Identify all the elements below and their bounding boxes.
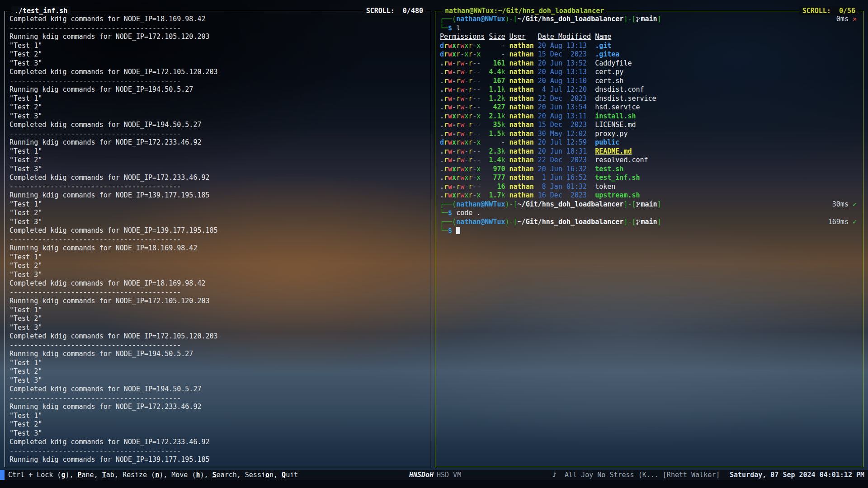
file-name: cert.py — [595, 68, 623, 76]
hint-item[interactable]: Resize (n) — [123, 471, 163, 479]
git-branch-icon — [636, 16, 641, 22]
file-name: Caddyfile — [595, 59, 632, 67]
file-row: .rw-rw-r-- 1.4k nathan 22 Dec 2023 resol… — [440, 156, 860, 165]
pane-test-script[interactable]: ./test_inf.sh SCROLL:0/480 Completed kdi… — [5, 11, 431, 467]
hint-prefix: Ctrl + — [8, 471, 37, 479]
file-name: token — [595, 183, 615, 191]
scroll-value: 0/480 — [403, 7, 423, 15]
pane-title-right: nathan@NWTux:~/Git/hns_doh_loadbalancer — [442, 6, 607, 15]
file-name: dnsdist.conf — [595, 85, 644, 94]
status-bar: Ctrl + Lock (g), Pane, Tab, Resize (n), … — [0, 470, 868, 480]
command-duration: 30ms ✓ — [832, 200, 857, 209]
command-line: └─$ l — [440, 24, 860, 33]
file-name: hsd.service — [595, 103, 640, 111]
desktop-screen: ./test_inf.sh SCROLL:0/480 Completed kdi… — [0, 0, 868, 488]
file-row: .rw-rw-r-- 35k nathan 15 Dec 2023 LICENS… — [440, 121, 860, 130]
host-label: HSD VM — [437, 470, 461, 480]
terminal-cursor — [456, 227, 460, 234]
pane-shell[interactable]: nathan@NWTux:~/Git/hns_doh_loadbalancer … — [435, 11, 863, 467]
file-row: drwxr-xr-x - nathan 15 Dec 2023 .gitea — [440, 50, 860, 59]
listing-header: Permissions Size User Date Modified Name — [440, 33, 860, 42]
file-row: .rwxrwxr-x 1.7k nathan 16 Dec 2023 upstr… — [440, 191, 860, 200]
song-title: All Joy No Stress (K... [Rhett Walker] — [565, 471, 720, 479]
file-row: .rw-rw-r-- 1.5k nathan 30 May 12:02 prox… — [440, 130, 860, 139]
hint-item[interactable]: Search — [212, 471, 237, 479]
bottom-strip — [0, 480, 868, 488]
file-name: dnsdist.service — [595, 94, 656, 103]
scroll-indicator-right: SCROLL:0/56 — [799, 6, 859, 15]
command-line: └─$ code . — [440, 209, 860, 218]
hint-item[interactable]: Lock (g) — [37, 471, 69, 479]
exit-status-icon: ✓ — [853, 218, 857, 226]
pane-title-left: ./test_inf.sh — [11, 6, 71, 15]
file-name: install.sh — [595, 112, 636, 120]
file-row: .rw-rw-r-- 4.4k nathan 20 Aug 13:13 cert… — [440, 68, 860, 77]
file-row: drwxrwxr-x - nathan 20 Aug 13:13 .git — [440, 42, 860, 51]
file-row: drwxrwxr-x - nathan 20 Jul 12:59 public — [440, 138, 860, 147]
file-name: .gitea — [595, 50, 619, 58]
hint-item[interactable]: Tab — [102, 471, 114, 479]
file-row: .rw-rw-r-- 16 nathan 8 Jan 01:32 token — [440, 183, 860, 192]
file-row: .rw-rw-r-- 167 nathan 20 Aug 13:10 cert.… — [440, 77, 860, 86]
command-duration: 0ms ✕ — [836, 15, 857, 24]
hint-item[interactable]: Quit — [282, 471, 298, 479]
file-row: .rw-rw-r-- 1.2k nathan 22 Dec 2023 dnsdi… — [440, 94, 860, 103]
file-row: .rwxrwxr-x 777 nathan 1 Jun 16:52 test_i… — [440, 174, 860, 183]
file-name: public — [595, 138, 619, 146]
right-pane-content: ┌──(nathan@NWTux)-[~/Git/hns_doh_loadbal… — [440, 15, 860, 465]
prompt-line: ┌──(nathan@NWTux)-[~/Git/hns_doh_loadbal… — [440, 218, 860, 227]
file-name: cert.sh — [595, 77, 623, 85]
hint-item[interactable]: Pane — [78, 471, 94, 479]
git-branch-icon — [636, 219, 641, 225]
file-row: .rwxrwxr-x 2.1k nathan 20 Aug 13:11 inst… — [440, 112, 860, 121]
now-playing: ♪ All Joy No Stress (K... [Rhett Walker] — [552, 470, 720, 480]
status-accent-block — [0, 470, 5, 480]
file-name: test_inf.sh — [595, 174, 640, 182]
music-note-icon: ♪ — [552, 471, 557, 479]
scroll-value: 0/56 — [839, 7, 855, 15]
hint-item[interactable]: Session — [245, 471, 274, 479]
file-row: .rw-rw-r-- 427 nathan 20 Jun 13:54 hsd.s… — [440, 103, 860, 112]
prompt-line: ┌──(nathan@NWTux)-[~/Git/hns_doh_loadbal… — [440, 15, 860, 24]
git-branch-icon — [636, 202, 641, 207]
exit-status-icon: ✓ — [853, 200, 857, 208]
file-row: .rwxrwxr-x 970 nathan 20 Jun 16:32 test.… — [440, 165, 860, 174]
clock: Saturday, 07 Sep 2024 04:01:12 PM — [730, 470, 864, 480]
left-pane-content: Completed kdig commands for NODE_IP=18.1… — [9, 15, 428, 465]
exit-status-icon: ✕ — [853, 15, 857, 23]
file-name: upstream.sh — [595, 191, 640, 199]
command-duration: 169ms ✓ — [828, 218, 857, 227]
prompt-line: ┌──(nathan@NWTux)-[~/Git/hns_doh_loadbal… — [440, 200, 860, 209]
command-line[interactable]: └─$ — [440, 226, 860, 235]
hint-item[interactable]: Move (h) — [171, 471, 204, 479]
file-name: resolved.conf — [595, 156, 648, 164]
file-name: proxy.py — [595, 130, 627, 138]
file-row: .rw-rw-r-- 1.1k nathan 4 Jul 12:20 dnsdi… — [440, 85, 860, 94]
session-name: HNSDoH — [409, 470, 434, 480]
keybinding-hints[interactable]: Ctrl + Lock (g), Pane, Tab, Resize (n), … — [8, 470, 298, 480]
file-name: README.md — [595, 147, 632, 155]
scroll-label: SCROLL: — [366, 7, 395, 15]
file-name: test.sh — [595, 165, 623, 173]
file-row: .rw-rw-r-- 2.3k nathan 20 Jun 18:31 READ… — [440, 147, 860, 156]
file-row: .rw-rw-r-- 161 nathan 20 Jun 13:52 Caddy… — [440, 59, 860, 68]
file-name: .git — [595, 42, 611, 50]
scroll-indicator-left: SCROLL:0/480 — [363, 6, 426, 15]
file-name: LICENSE.md — [595, 121, 636, 129]
scroll-label: SCROLL: — [802, 7, 831, 15]
